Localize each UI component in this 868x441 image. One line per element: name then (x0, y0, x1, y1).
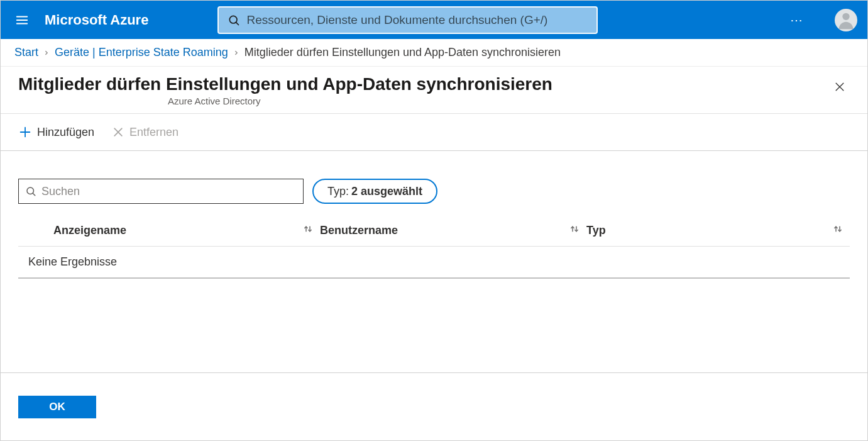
search-icon (25, 186, 36, 197)
global-search-input[interactable] (246, 13, 588, 27)
chevron-right-icon (43, 48, 50, 57)
global-search-box[interactable] (217, 6, 598, 34)
svg-line-4 (236, 22, 239, 25)
type-filter-label: Typ: (327, 185, 349, 198)
type-filter-value: 2 ausgewählt (351, 185, 422, 198)
close-icon (112, 126, 124, 138)
col-user-name-label: Benutzername (320, 224, 398, 237)
command-bar: Hinzufügen Entfernen (1, 113, 867, 151)
add-label: Hinzufügen (37, 126, 94, 139)
breadcrumb: Start Geräte | Enterprise State Roaming … (1, 39, 867, 67)
table-header: Anzeigename Benutzername Typ (18, 215, 850, 247)
svg-line-13 (33, 193, 35, 195)
svg-point-5 (842, 13, 849, 20)
plus-icon (18, 125, 32, 139)
ellipsis-icon: ⋯ (790, 13, 804, 28)
brand-label[interactable]: Microsoft Azure (45, 12, 148, 28)
sort-icon (832, 223, 843, 238)
remove-button[interactable]: Entfernen (112, 126, 179, 139)
content-area: Typ: 2 ausgewählt Anzeigename Benutzerna… (1, 151, 867, 372)
ok-button[interactable]: OK (18, 396, 96, 418)
breadcrumb-current: Mitglieder dürfen Einstellungen und App-… (244, 46, 561, 59)
more-button[interactable]: ⋯ (783, 6, 811, 34)
filters-row: Typ: 2 ausgewählt (18, 179, 850, 204)
user-avatar[interactable] (835, 9, 857, 31)
add-button[interactable]: Hinzufügen (18, 125, 94, 139)
col-type[interactable]: Typ (586, 223, 850, 238)
page-title: Mitglieder dürfen Einstellungen und App-… (18, 74, 552, 94)
page-subtitle: Azure Active Directory (18, 96, 552, 106)
remove-label: Entfernen (129, 126, 179, 139)
top-bar: Microsoft Azure ⋯ (1, 1, 867, 39)
col-user-name[interactable]: Benutzername (320, 223, 586, 238)
sort-icon (302, 223, 314, 238)
results-table: Anzeigename Benutzername Typ (18, 215, 850, 279)
breadcrumb-link-start[interactable]: Start (14, 46, 38, 59)
search-icon (228, 14, 240, 26)
page-header: Mitglieder dürfen Einstellungen und App-… (1, 67, 867, 113)
sort-icon (569, 223, 580, 238)
local-search-input[interactable] (41, 185, 297, 198)
no-results-row: Keine Ergebnisse (18, 247, 850, 279)
hamburger-icon (15, 13, 29, 27)
close-button[interactable] (830, 77, 850, 97)
close-icon (833, 81, 846, 93)
col-display-name[interactable]: Anzeigename (53, 223, 320, 238)
svg-point-3 (230, 16, 238, 23)
user-icon (835, 9, 857, 31)
chevron-right-icon (233, 48, 239, 57)
type-filter-pill[interactable]: Typ: 2 ausgewählt (312, 179, 437, 204)
col-type-label: Typ (586, 224, 606, 237)
breadcrumb-link-devices[interactable]: Geräte | Enterprise State Roaming (55, 46, 228, 59)
svg-point-12 (27, 187, 34, 194)
menu-button[interactable] (12, 10, 32, 30)
col-display-name-label: Anzeigename (53, 224, 126, 237)
local-search-box[interactable] (18, 179, 304, 204)
footer-bar: OK (1, 372, 867, 440)
